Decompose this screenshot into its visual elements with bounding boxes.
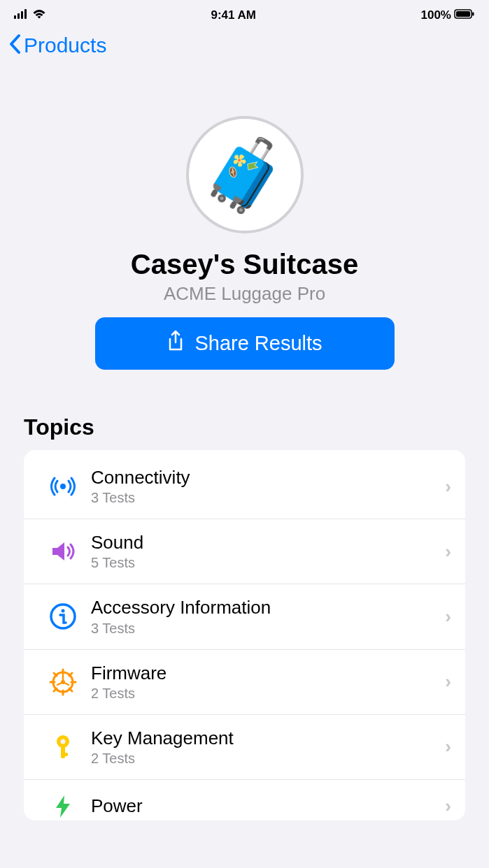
info-icon <box>43 602 83 630</box>
chevron-right-icon: › <box>445 476 451 498</box>
row-text: Key Management 2 Tests <box>83 728 445 767</box>
chevron-right-icon: › <box>445 541 451 563</box>
speaker-icon <box>43 537 83 565</box>
device-model: ACME Luggage Pro <box>164 283 325 305</box>
battery-icon <box>454 8 475 22</box>
row-text: Firmware 2 Tests <box>83 663 445 702</box>
suitcase-icon: 🧳 <box>201 134 288 216</box>
row-title: Power <box>91 795 445 817</box>
svg-point-7 <box>60 484 66 489</box>
power-icon <box>43 793 83 820</box>
svg-rect-6 <box>472 13 474 16</box>
svg-rect-15 <box>61 753 68 756</box>
svg-rect-1 <box>17 13 20 19</box>
topic-row-power[interactable]: Power › <box>24 780 465 820</box>
chevron-left-icon <box>8 32 22 59</box>
svg-point-9 <box>62 609 65 613</box>
svg-point-13 <box>61 739 66 744</box>
row-title: Firmware <box>91 663 445 684</box>
share-label: Share Results <box>194 332 322 355</box>
row-text: Sound 5 Tests <box>83 532 445 571</box>
row-subtitle: 3 Tests <box>91 621 445 637</box>
topics-list: Connectivity 3 Tests › Sound 5 Tests › A… <box>24 450 465 820</box>
topic-row-sound[interactable]: Sound 5 Tests › <box>24 519 465 584</box>
wifi-icon <box>32 8 46 22</box>
row-title: Accessory Information <box>91 597 445 619</box>
topic-row-accessory-information[interactable]: Accessory Information 3 Tests › <box>24 584 465 649</box>
chevron-right-icon: › <box>445 795 451 817</box>
svg-rect-3 <box>24 9 27 19</box>
svg-rect-2 <box>21 11 23 19</box>
row-subtitle: 2 Tests <box>91 686 445 702</box>
row-subtitle: 2 Tests <box>91 751 445 767</box>
back-label: Products <box>24 34 106 57</box>
topic-row-key-management[interactable]: Key Management 2 Tests › <box>24 715 465 780</box>
svg-rect-5 <box>456 11 470 17</box>
topics-title: Topics <box>0 398 489 450</box>
row-title: Key Management <box>91 728 445 749</box>
share-icon <box>166 330 185 357</box>
status-right: 100% <box>421 8 475 22</box>
back-button[interactable]: Products <box>8 32 106 59</box>
row-subtitle: 5 Tests <box>91 555 445 571</box>
cellular-icon <box>14 8 28 22</box>
row-subtitle: 3 Tests <box>91 490 445 506</box>
svg-rect-0 <box>14 15 16 19</box>
status-time: 9:41 AM <box>211 8 256 22</box>
topic-row-firmware[interactable]: Firmware 2 Tests › <box>24 650 465 715</box>
device-name: Casey's Suitcase <box>131 249 358 280</box>
signal-icon <box>43 472 83 500</box>
status-bar: 9:41 AM 100% <box>0 0 489 28</box>
chevron-right-icon: › <box>445 671 451 693</box>
svg-rect-14 <box>61 746 65 758</box>
gear-icon <box>43 668 83 696</box>
row-text: Connectivity 3 Tests <box>83 467 445 506</box>
status-left <box>14 8 46 22</box>
row-text: Accessory Information 3 Tests <box>83 597 445 636</box>
row-title: Connectivity <box>91 467 445 489</box>
topic-row-connectivity[interactable]: Connectivity 3 Tests › <box>24 450 465 519</box>
header-section: 🧳 Casey's Suitcase ACME Luggage Pro Shar… <box>0 67 489 398</box>
device-avatar: 🧳 <box>186 116 304 233</box>
chevron-right-icon: › <box>445 736 451 758</box>
key-icon <box>43 733 83 761</box>
row-title: Sound <box>91 532 445 554</box>
battery-label: 100% <box>421 8 451 22</box>
nav-bar: Products <box>0 28 489 67</box>
share-results-button[interactable]: Share Results <box>95 317 395 370</box>
chevron-right-icon: › <box>445 606 451 628</box>
row-text: Power <box>83 795 445 817</box>
